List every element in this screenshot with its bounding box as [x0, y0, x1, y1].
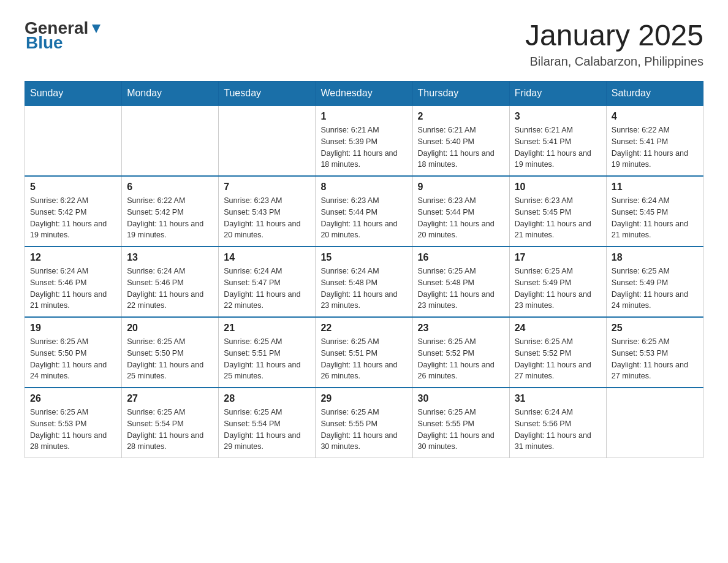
- day-number: 2: [418, 111, 504, 122]
- calendar-cell-8: 8Sunrise: 6:23 AMSunset: 5:44 PMDaylight…: [316, 176, 412, 247]
- calendar-cell-14: 14Sunrise: 6:24 AMSunset: 5:47 PMDayligh…: [219, 247, 316, 317]
- calendar-cell-4: 4Sunrise: 6:22 AMSunset: 5:41 PMDaylight…: [606, 105, 703, 176]
- day-number: 20: [127, 323, 213, 334]
- calendar-cell-24: 24Sunrise: 6:25 AMSunset: 5:52 PMDayligh…: [509, 317, 606, 388]
- day-number: 12: [30, 252, 116, 263]
- day-info: Sunrise: 6:25 AMSunset: 5:54 PMDaylight:…: [127, 407, 213, 453]
- day-number: 22: [320, 323, 407, 334]
- calendar-cell-6: 6Sunrise: 6:22 AMSunset: 5:42 PMDaylight…: [122, 176, 219, 247]
- day-info: Sunrise: 6:24 AMSunset: 5:47 PMDaylight:…: [224, 266, 310, 312]
- logo-blue-text: Blue: [26, 33, 63, 53]
- day-number: 26: [30, 393, 116, 404]
- calendar-cell-13: 13Sunrise: 6:24 AMSunset: 5:46 PMDayligh…: [122, 247, 219, 317]
- day-number: 13: [127, 252, 213, 263]
- page-header: General Blue January 2025 Bilaran, Calab…: [25, 18, 703, 69]
- day-number: 30: [418, 393, 504, 404]
- day-number: 29: [320, 393, 407, 404]
- day-info: Sunrise: 6:25 AMSunset: 5:49 PMDaylight:…: [515, 266, 601, 312]
- day-number: 17: [515, 252, 601, 263]
- day-info: Sunrise: 6:25 AMSunset: 5:52 PMDaylight:…: [418, 336, 504, 382]
- day-info: Sunrise: 6:25 AMSunset: 5:48 PMDaylight:…: [418, 266, 504, 312]
- day-info: Sunrise: 6:25 AMSunset: 5:52 PMDaylight:…: [515, 336, 601, 382]
- day-number: 8: [320, 182, 407, 193]
- calendar-table: SundayMondayTuesdayWednesdayThursdayFrid…: [25, 81, 703, 458]
- day-info: Sunrise: 6:21 AMSunset: 5:40 PMDaylight:…: [418, 124, 504, 170]
- day-info: Sunrise: 6:25 AMSunset: 5:50 PMDaylight:…: [127, 336, 213, 382]
- calendar-header-friday: Friday: [509, 82, 606, 106]
- day-info: Sunrise: 6:25 AMSunset: 5:54 PMDaylight:…: [224, 407, 310, 453]
- calendar-header-wednesday: Wednesday: [316, 82, 412, 106]
- day-number: 7: [224, 182, 310, 193]
- calendar-week-2: 5Sunrise: 6:22 AMSunset: 5:42 PMDaylight…: [25, 176, 703, 247]
- day-number: 5: [30, 182, 116, 193]
- calendar-header-saturday: Saturday: [606, 82, 703, 106]
- day-info: Sunrise: 6:25 AMSunset: 5:51 PMDaylight:…: [224, 336, 310, 382]
- day-info: Sunrise: 6:25 AMSunset: 5:53 PMDaylight:…: [612, 336, 698, 382]
- day-number: 9: [418, 182, 504, 193]
- calendar-header-row: SundayMondayTuesdayWednesdayThursdayFrid…: [25, 82, 703, 106]
- day-number: 11: [612, 182, 698, 193]
- calendar-cell-12: 12Sunrise: 6:24 AMSunset: 5:46 PMDayligh…: [25, 247, 122, 317]
- calendar-cell-15: 15Sunrise: 6:24 AMSunset: 5:48 PMDayligh…: [316, 247, 412, 317]
- calendar-cell-empty-0: [25, 105, 122, 176]
- calendar-cell-27: 27Sunrise: 6:25 AMSunset: 5:54 PMDayligh…: [122, 388, 219, 458]
- day-number: 27: [127, 393, 213, 404]
- calendar-cell-7: 7Sunrise: 6:23 AMSunset: 5:43 PMDaylight…: [219, 176, 316, 247]
- day-number: 10: [515, 182, 601, 193]
- calendar-week-1: 1Sunrise: 6:21 AMSunset: 5:39 PMDaylight…: [25, 105, 703, 176]
- calendar-cell-5: 5Sunrise: 6:22 AMSunset: 5:42 PMDaylight…: [25, 176, 122, 247]
- svg-marker-0: [92, 25, 100, 33]
- calendar-cell-31: 31Sunrise: 6:24 AMSunset: 5:56 PMDayligh…: [509, 388, 606, 458]
- calendar-cell-20: 20Sunrise: 6:25 AMSunset: 5:50 PMDayligh…: [122, 317, 219, 388]
- day-info: Sunrise: 6:23 AMSunset: 5:44 PMDaylight:…: [418, 195, 504, 241]
- calendar-header-monday: Monday: [122, 82, 219, 106]
- calendar-cell-23: 23Sunrise: 6:25 AMSunset: 5:52 PMDayligh…: [412, 317, 509, 388]
- day-info: Sunrise: 6:23 AMSunset: 5:45 PMDaylight:…: [515, 195, 601, 241]
- day-info: Sunrise: 6:25 AMSunset: 5:55 PMDaylight:…: [418, 407, 504, 453]
- calendar-cell-29: 29Sunrise: 6:25 AMSunset: 5:55 PMDayligh…: [316, 388, 412, 458]
- calendar-cell-19: 19Sunrise: 6:25 AMSunset: 5:50 PMDayligh…: [25, 317, 122, 388]
- day-number: 24: [515, 323, 601, 334]
- day-number: 21: [224, 323, 310, 334]
- calendar-cell-18: 18Sunrise: 6:25 AMSunset: 5:49 PMDayligh…: [606, 247, 703, 317]
- day-info: Sunrise: 6:22 AMSunset: 5:42 PMDaylight:…: [127, 195, 213, 241]
- calendar-cell-16: 16Sunrise: 6:25 AMSunset: 5:48 PMDayligh…: [412, 247, 509, 317]
- day-info: Sunrise: 6:24 AMSunset: 5:46 PMDaylight:…: [30, 266, 116, 312]
- calendar-header-tuesday: Tuesday: [219, 82, 316, 106]
- logo: General Blue: [25, 18, 103, 53]
- day-number: 6: [127, 182, 213, 193]
- location-subtitle: Bilaran, Calabarzon, Philippines: [525, 55, 703, 69]
- day-info: Sunrise: 6:23 AMSunset: 5:44 PMDaylight:…: [320, 195, 407, 241]
- day-number: 15: [320, 252, 407, 263]
- day-number: 23: [418, 323, 504, 334]
- calendar-cell-28: 28Sunrise: 6:25 AMSunset: 5:54 PMDayligh…: [219, 388, 316, 458]
- calendar-cell-11: 11Sunrise: 6:24 AMSunset: 5:45 PMDayligh…: [606, 176, 703, 247]
- day-info: Sunrise: 6:25 AMSunset: 5:53 PMDaylight:…: [30, 407, 116, 453]
- day-number: 19: [30, 323, 116, 334]
- calendar-cell-empty-2: [219, 105, 316, 176]
- day-info: Sunrise: 6:23 AMSunset: 5:43 PMDaylight:…: [224, 195, 310, 241]
- calendar-week-5: 26Sunrise: 6:25 AMSunset: 5:53 PMDayligh…: [25, 388, 703, 458]
- calendar-week-4: 19Sunrise: 6:25 AMSunset: 5:50 PMDayligh…: [25, 317, 703, 388]
- day-info: Sunrise: 6:22 AMSunset: 5:42 PMDaylight:…: [30, 195, 116, 241]
- day-info: Sunrise: 6:24 AMSunset: 5:46 PMDaylight:…: [127, 266, 213, 312]
- day-info: Sunrise: 6:25 AMSunset: 5:51 PMDaylight:…: [320, 336, 407, 382]
- day-info: Sunrise: 6:24 AMSunset: 5:45 PMDaylight:…: [612, 195, 698, 241]
- day-number: 18: [612, 252, 698, 263]
- day-info: Sunrise: 6:22 AMSunset: 5:41 PMDaylight:…: [612, 124, 698, 170]
- calendar-cell-21: 21Sunrise: 6:25 AMSunset: 5:51 PMDayligh…: [219, 317, 316, 388]
- day-info: Sunrise: 6:25 AMSunset: 5:50 PMDaylight:…: [30, 336, 116, 382]
- calendar-cell-1: 1Sunrise: 6:21 AMSunset: 5:39 PMDaylight…: [316, 105, 412, 176]
- calendar-cell-empty-6: [606, 388, 703, 458]
- calendar-cell-9: 9Sunrise: 6:23 AMSunset: 5:44 PMDaylight…: [412, 176, 509, 247]
- month-title: January 2025: [525, 18, 703, 52]
- calendar-cell-26: 26Sunrise: 6:25 AMSunset: 5:53 PMDayligh…: [25, 388, 122, 458]
- logo-triangle-icon: [89, 22, 103, 36]
- calendar-cell-10: 10Sunrise: 6:23 AMSunset: 5:45 PMDayligh…: [509, 176, 606, 247]
- day-number: 25: [612, 323, 698, 334]
- calendar-cell-empty-1: [122, 105, 219, 176]
- calendar-header-thursday: Thursday: [412, 82, 509, 106]
- day-number: 14: [224, 252, 310, 263]
- calendar-cell-3: 3Sunrise: 6:21 AMSunset: 5:41 PMDaylight…: [509, 105, 606, 176]
- calendar-cell-30: 30Sunrise: 6:25 AMSunset: 5:55 PMDayligh…: [412, 388, 509, 458]
